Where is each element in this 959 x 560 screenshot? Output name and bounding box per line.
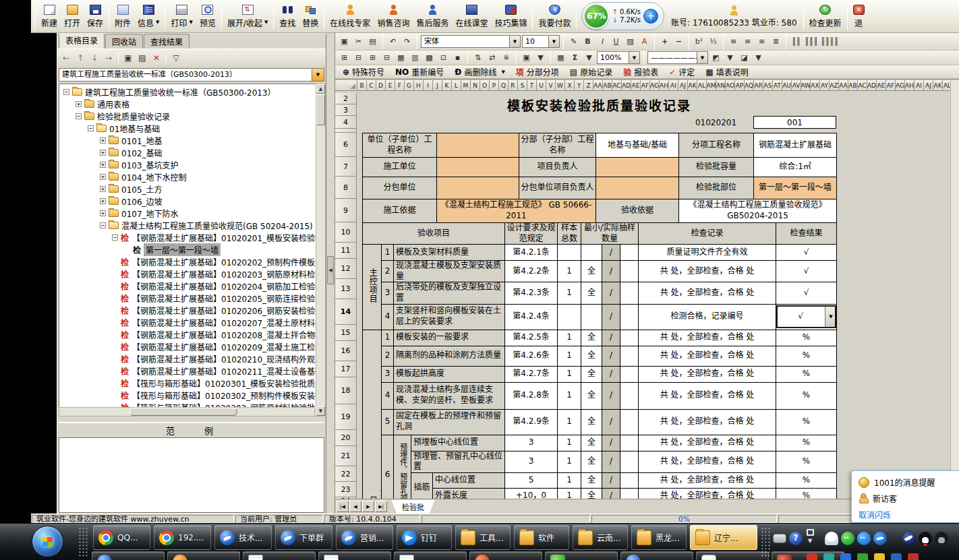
cut-button[interactable]: ✂ xyxy=(352,36,365,48)
underline-button[interactable]: U xyxy=(610,36,622,48)
tree-hscroll-thumb[interactable] xyxy=(129,408,237,416)
fraction-button[interactable]: ½ xyxy=(707,36,720,48)
spare-cell[interactable] xyxy=(620,488,639,499)
expert-person-button[interactable]: 在线找专家 xyxy=(326,1,374,32)
form-serial[interactable]: 001 xyxy=(753,116,836,129)
spec-cell[interactable]: +10，0 xyxy=(505,488,558,499)
spec-cell[interactable]: 第4.2.5条 xyxy=(505,330,558,346)
line-style-combo[interactable]: ———————▼ xyxy=(647,51,708,64)
taskbar-button-黑龙...[interactable]: 黑龙... xyxy=(631,525,687,550)
column-header[interactable]: AE xyxy=(631,80,641,91)
nav-right-button[interactable]: → xyxy=(103,52,115,64)
tree-item[interactable]: +0104_地下水控制 xyxy=(100,170,187,183)
sample-count-cell[interactable]: 1 xyxy=(558,346,581,366)
row-header[interactable]: 7 xyxy=(335,157,357,177)
spare-cell[interactable] xyxy=(620,472,639,488)
column-header[interactable]: AC xyxy=(612,80,622,91)
spec-cell[interactable]: 3 xyxy=(505,435,558,451)
报验表-button[interactable]: 验报验表 xyxy=(618,66,663,78)
tree-expander-icon[interactable]: + xyxy=(100,174,106,180)
spare-cell[interactable] xyxy=(620,382,639,409)
taskbar-button-云南...[interactable]: 云南... xyxy=(573,525,628,550)
taskbar-button-secondary[interactable] xyxy=(318,551,391,560)
column-header[interactable]: K xyxy=(442,80,452,91)
column-header[interactable]: W xyxy=(556,80,565,91)
tree-expander-icon[interactable]: + xyxy=(100,150,106,156)
sample-count-cell[interactable]: 1 xyxy=(558,409,581,435)
filter-button[interactable]: ▽ xyxy=(170,52,182,64)
merge-cells-button[interactable]: ▦ xyxy=(395,52,407,64)
tree-item[interactable]: −检【钢筋混凝土扩展基础】01020205_钢筋连接检验批质 xyxy=(112,292,324,304)
increase-button[interactable]: + xyxy=(658,36,671,48)
column-header[interactable]: D xyxy=(376,80,386,91)
tree-item[interactable]: +0107_地下防水 xyxy=(100,207,179,219)
tree-expander-icon[interactable]: − xyxy=(112,235,118,241)
taskbar-button-技术...[interactable]: 技术... xyxy=(214,525,272,550)
column-header[interactable]: L xyxy=(452,80,461,91)
check-record-cell[interactable]: 共 处，全部检查，合格 处 xyxy=(639,488,776,499)
tree-vscroll-thumb[interactable] xyxy=(316,94,325,125)
tree-expander-icon[interactable]: + xyxy=(100,186,106,192)
column-header[interactable]: Y xyxy=(575,80,584,91)
redo-button[interactable]: ↷ xyxy=(401,36,413,48)
tab-回收站[interactable]: 回收站 xyxy=(105,34,143,49)
classroom-book-button[interactable]: 在线课堂 xyxy=(452,1,491,32)
qq-dark-tray-icon[interactable] xyxy=(935,532,948,545)
row-header[interactable]: 4 xyxy=(335,116,357,129)
actual-sample-cell[interactable]: / xyxy=(602,382,620,409)
column-header[interactable]: I xyxy=(424,80,433,91)
column-header[interactable]: AS xyxy=(763,80,773,91)
actual-sample-cell[interactable]: / xyxy=(602,245,620,261)
spec-cell[interactable]: 第4.2.9条 xyxy=(505,409,558,435)
check-record-cell[interactable]: 共 处，全部检查，合格 处 xyxy=(639,451,776,472)
column-header[interactable]: C xyxy=(367,80,376,91)
spare-cell[interactable] xyxy=(620,346,639,366)
spec-cell[interactable]: 5 xyxy=(505,472,558,488)
tree-item[interactable]: −检【钢筋混凝土扩展基础】01020211_混凝土设备基础外 xyxy=(112,365,324,377)
info-value-cell[interactable] xyxy=(437,158,519,177)
column-header[interactable]: AK xyxy=(688,80,697,91)
nav-left-button[interactable]: ← xyxy=(60,52,72,64)
standard-dropdown[interactable]: 建筑工程施工质量验收统一标准（GB50300-2013） ▼ xyxy=(59,68,324,82)
lock-cell-button[interactable]: ▪ xyxy=(451,52,464,64)
min-sample-cell[interactable]: 全 xyxy=(581,282,602,304)
info-value-cell[interactable] xyxy=(437,177,519,199)
spare-cell[interactable] xyxy=(620,409,639,435)
spec-cell[interactable]: 第4.2.2条 xyxy=(505,261,558,282)
link-button[interactable]: ※ xyxy=(500,52,513,64)
check-result-cell[interactable]: % xyxy=(776,330,837,346)
qq-tray-icon[interactable] xyxy=(919,532,932,545)
paste-button[interactable]: ▤ xyxy=(366,36,379,48)
row-header[interactable]: 12 xyxy=(335,259,357,279)
column-header[interactable]: AF xyxy=(641,80,650,91)
check-update-button[interactable]: 检查更新 xyxy=(806,1,845,32)
info-value-cell[interactable] xyxy=(437,133,519,158)
tree-item[interactable]: +0101_地基 xyxy=(100,134,163,146)
info-value-cell[interactable]: 钢筋混凝土扩展基础 xyxy=(754,133,837,158)
tree-item[interactable]: −检【筏形与箱形基础】01020302_预制构件模板安装检验 xyxy=(112,389,324,401)
help-tray-icon[interactable]: ? xyxy=(789,532,803,545)
sheet-tab[interactable]: 检验批 xyxy=(391,500,435,514)
format-painter-button[interactable]: ✎ xyxy=(567,36,580,48)
min-sample-cell[interactable]: 全 xyxy=(581,346,602,366)
taskbar-button-secondary[interactable] xyxy=(92,551,165,560)
min-sample-cell[interactable]: 全 xyxy=(581,488,602,499)
row-header[interactable]: 10 xyxy=(335,222,357,243)
info-value-cell[interactable]: 《混凝土结构工程施工规范》 GB 50666-2011 xyxy=(437,199,596,223)
sum-button[interactable]: Σ xyxy=(569,52,581,64)
expand-collapse-button[interactable]: 展开/收起▼ xyxy=(224,1,271,32)
new-doc-button[interactable]: 新建 xyxy=(38,1,61,32)
tree-item[interactable]: −检第一层～第一段～墙 xyxy=(124,243,220,255)
tree-item[interactable]: −混凝土结构工程施工质量验收规范(GB 50204-2015) xyxy=(100,219,313,231)
sample-count-cell[interactable] xyxy=(558,245,581,261)
column-header[interactable]: AK xyxy=(933,80,943,91)
spec-cell[interactable]: 第4.2.8条 xyxy=(505,382,558,409)
check-result-cell[interactable]: % xyxy=(776,382,837,409)
chevron-down-icon[interactable]: ▼ xyxy=(264,20,268,25)
taskbar-button-secondary[interactable] xyxy=(167,551,240,560)
sheet-vertical-scrollbar[interactable] xyxy=(950,80,959,499)
wechat-tray-icon[interactable] xyxy=(841,532,854,545)
重新编号-button[interactable]: NO重新编号 xyxy=(390,66,448,78)
column-header[interactable]: AZ xyxy=(830,80,839,91)
align-center-button[interactable]: ≡ xyxy=(741,36,754,48)
